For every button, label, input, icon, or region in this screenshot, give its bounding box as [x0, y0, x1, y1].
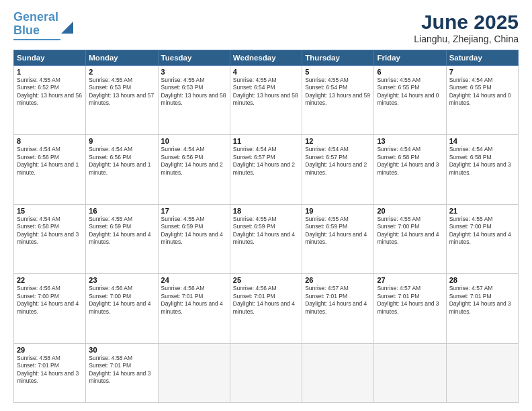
- day-22: 22 Sunrise: 4:56 AMSunset: 7:00 PMDaylig…: [14, 274, 86, 343]
- calendar-table: Sunday Monday Tuesday Wednesday Thursday…: [13, 50, 519, 403]
- header-sunday: Sunday: [14, 50, 86, 66]
- day-19: 19 Sunrise: 4:55 AMSunset: 6:59 PMDaylig…: [302, 204, 374, 273]
- svg-marker-0: [61, 21, 73, 34]
- logo-line: [13, 39, 60, 40]
- header-monday: Monday: [86, 50, 158, 66]
- day-3: 3 Sunrise: 4:55 AMSunset: 6:53 PMDayligh…: [158, 66, 230, 135]
- day-21: 21 Sunrise: 4:55 AMSunset: 7:00 PMDaylig…: [446, 204, 518, 273]
- day-15: 15 Sunrise: 4:54 AMSunset: 6:58 PMDaylig…: [14, 204, 86, 273]
- logo-general: General: [13, 10, 58, 24]
- logo-blue: Blue: [13, 24, 40, 37]
- day-7: 7 Sunrise: 4:54 AMSunset: 6:55 PMDayligh…: [446, 66, 518, 135]
- day-6: 6 Sunrise: 4:55 AMSunset: 6:55 PMDayligh…: [374, 66, 446, 135]
- day-11: 11 Sunrise: 4:54 AMSunset: 6:57 PMDaylig…: [230, 135, 302, 204]
- day-28: 28 Sunrise: 4:57 AMSunset: 7:01 PMDaylig…: [446, 274, 518, 343]
- day-2: 2 Sunrise: 4:55 AMSunset: 6:53 PMDayligh…: [86, 66, 158, 135]
- header-wednesday: Wednesday: [230, 50, 302, 66]
- day-25: 25 Sunrise: 4:56 AMSunset: 7:01 PMDaylig…: [230, 274, 302, 343]
- day-1: 1 Sunrise: 4:55 AMSunset: 6:52 PMDayligh…: [14, 66, 86, 135]
- empty-cell-5: [446, 343, 518, 402]
- logo: General Blue: [13, 11, 73, 40]
- empty-cell-1: [158, 343, 230, 402]
- day-27: 27 Sunrise: 4:57 AMSunset: 7:01 PMDaylig…: [374, 274, 446, 343]
- location-subtitle: Lianghu, Zhejiang, China: [414, 34, 519, 44]
- header-thursday: Thursday: [302, 50, 374, 66]
- day-4: 4 Sunrise: 4:55 AMSunset: 6:54 PMDayligh…: [230, 66, 302, 135]
- logo-icon: [61, 21, 73, 34]
- day-13: 13 Sunrise: 4:54 AMSunset: 6:58 PMDaylig…: [374, 135, 446, 204]
- day-5: 5 Sunrise: 4:55 AMSunset: 6:54 PMDayligh…: [302, 66, 374, 135]
- empty-cell-2: [230, 343, 302, 402]
- week-row-1: 1 Sunrise: 4:55 AMSunset: 6:52 PMDayligh…: [14, 66, 519, 135]
- header: General Blue June 2025 Lianghu, Zhejiang…: [13, 11, 519, 44]
- header-saturday: Saturday: [446, 50, 518, 66]
- day-14: 14 Sunrise: 4:54 AMSunset: 6:58 PMDaylig…: [446, 135, 518, 204]
- day-8: 8 Sunrise: 4:54 AMSunset: 6:56 PMDayligh…: [14, 135, 86, 204]
- week-row-3: 15 Sunrise: 4:54 AMSunset: 6:58 PMDaylig…: [14, 204, 519, 273]
- day-16: 16 Sunrise: 4:55 AMSunset: 6:59 PMDaylig…: [86, 204, 158, 273]
- header-tuesday: Tuesday: [158, 50, 230, 66]
- week-row-5: 29 Sunrise: 4:58 AMSunset: 7:01 PMDaylig…: [14, 343, 519, 402]
- week-row-4: 22 Sunrise: 4:56 AMSunset: 7:00 PMDaylig…: [14, 274, 519, 343]
- day-9: 9 Sunrise: 4:54 AMSunset: 6:56 PMDayligh…: [86, 135, 158, 204]
- weekday-header-row: Sunday Monday Tuesday Wednesday Thursday…: [14, 50, 519, 66]
- day-20: 20 Sunrise: 4:55 AMSunset: 7:00 PMDaylig…: [374, 204, 446, 273]
- day-26: 26 Sunrise: 4:57 AMSunset: 7:01 PMDaylig…: [302, 274, 374, 343]
- header-friday: Friday: [374, 50, 446, 66]
- logo-text: General Blue: [13, 11, 58, 38]
- week-row-2: 8 Sunrise: 4:54 AMSunset: 6:56 PMDayligh…: [14, 135, 519, 204]
- day-12: 12 Sunrise: 4:54 AMSunset: 6:57 PMDaylig…: [302, 135, 374, 204]
- empty-cell-4: [374, 343, 446, 402]
- page: General Blue June 2025 Lianghu, Zhejiang…: [0, 0, 532, 411]
- day-23: 23 Sunrise: 4:56 AMSunset: 7:00 PMDaylig…: [86, 274, 158, 343]
- day-17: 17 Sunrise: 4:55 AMSunset: 6:59 PMDaylig…: [158, 204, 230, 273]
- day-30: 30 Sunrise: 4:58 AMSunset: 7:01 PMDaylig…: [86, 343, 158, 402]
- day-29: 29 Sunrise: 4:58 AMSunset: 7:01 PMDaylig…: [14, 343, 86, 402]
- empty-cell-3: [302, 343, 374, 402]
- day-10: 10 Sunrise: 4:54 AMSunset: 6:56 PMDaylig…: [158, 135, 230, 204]
- day-24: 24 Sunrise: 4:56 AMSunset: 7:01 PMDaylig…: [158, 274, 230, 343]
- day-18: 18 Sunrise: 4:55 AMSunset: 6:59 PMDaylig…: [230, 204, 302, 273]
- month-title: June 2025: [414, 11, 519, 34]
- title-block: June 2025 Lianghu, Zhejiang, China: [414, 11, 519, 44]
